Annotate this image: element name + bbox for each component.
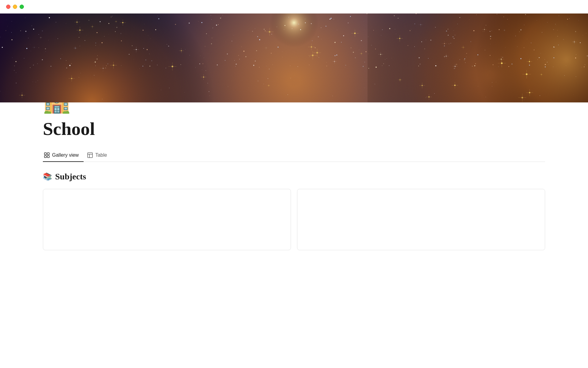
view-tabs: Gallery view Table <box>43 149 545 162</box>
maximize-button[interactable] <box>20 5 24 9</box>
section-title: Subjects <box>55 172 86 182</box>
hero-banner <box>0 13 588 102</box>
gallery-grid <box>43 189 545 263</box>
page-content: 🏫 School Gallery view <box>0 90 588 263</box>
svg-rect-3 <box>47 156 50 158</box>
close-button[interactable] <box>6 5 10 9</box>
svg-rect-1 <box>47 153 50 155</box>
hero-image <box>0 13 588 102</box>
section-icon: 📚 <box>43 172 52 181</box>
svg-rect-0 <box>44 153 47 155</box>
table-tab-label: Table <box>95 152 107 158</box>
title-bar <box>0 0 588 13</box>
tab-table[interactable]: Table <box>86 149 112 162</box>
gallery-tab-label: Gallery view <box>52 152 79 158</box>
page-title: School <box>43 118 545 140</box>
tab-gallery[interactable]: Gallery view <box>43 149 84 162</box>
table-icon <box>87 152 93 158</box>
gallery-card[interactable] <box>43 189 291 250</box>
gallery-card[interactable] <box>297 189 545 250</box>
gallery-icon <box>44 152 50 158</box>
section-header: 📚 Subjects <box>43 172 545 182</box>
svg-rect-2 <box>44 156 47 158</box>
svg-rect-4 <box>88 153 92 158</box>
minimize-button[interactable] <box>13 5 17 9</box>
